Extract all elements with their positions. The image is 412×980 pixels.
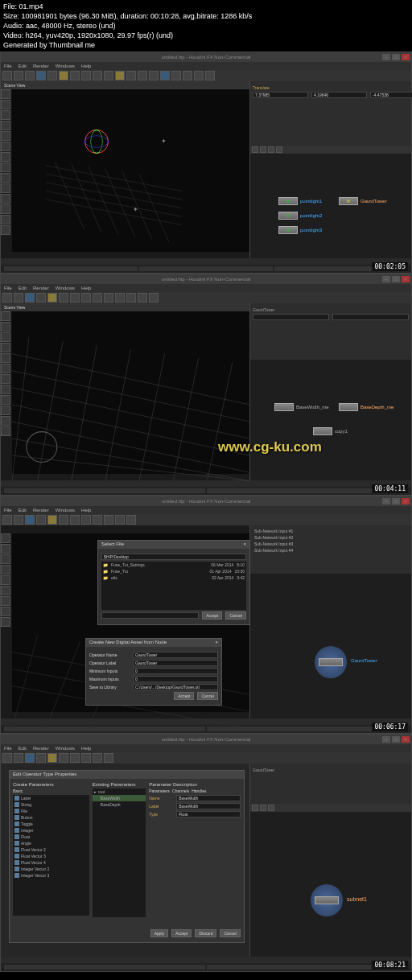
net-button[interactable] — [260, 805, 266, 811]
toolbar-button[interactable] — [104, 515, 113, 525]
toolbar-button[interactable] — [149, 71, 159, 80]
toolbar-button[interactable] — [81, 71, 91, 80]
net-button[interactable] — [260, 146, 266, 153]
net-button[interactable] — [268, 805, 274, 811]
cancel-button[interactable]: Cancel — [197, 692, 218, 700]
toolbar-button[interactable] — [81, 293, 91, 303]
side-icon[interactable] — [1, 395, 10, 405]
tree-item[interactable]: Label — [13, 795, 89, 801]
side-icon[interactable] — [1, 596, 10, 606]
view-tab[interactable]: Scene View — [4, 305, 25, 310]
toolbar-button[interactable] — [25, 753, 35, 763]
tab[interactable]: Channels — [172, 789, 189, 793]
cancel-button[interactable]: Cancel — [225, 611, 246, 620]
side-icon[interactable] — [1, 152, 10, 162]
toolbar-button[interactable] — [115, 293, 125, 303]
side-icon[interactable] — [1, 374, 10, 384]
min-inputs-input[interactable] — [133, 668, 218, 674]
node-basewidth[interactable]: BaseWidth_me — [274, 403, 329, 411]
tree-item[interactable]: ▸root — [93, 789, 146, 795]
maximize-button[interactable]: □ — [392, 498, 400, 504]
toolbar-button[interactable] — [171, 71, 181, 80]
max-inputs-input[interactable] — [133, 676, 218, 682]
side-icon[interactable] — [1, 173, 10, 183]
timeline[interactable] — [1, 963, 411, 971]
toolbar-button[interactable] — [93, 71, 102, 80]
close-button[interactable]: × — [402, 54, 410, 60]
tree-item[interactable]: Float Vector 4 — [13, 859, 89, 866]
minimize-button[interactable]: − — [382, 736, 390, 743]
file-row[interactable]: 📁otls02 Apr 20143:42 — [101, 574, 246, 581]
toolbar-button[interactable] — [149, 293, 159, 303]
toolbar-button[interactable] — [115, 515, 125, 525]
view-tab[interactable]: Scene View — [4, 83, 25, 88]
minimize-button[interactable]: − — [382, 498, 390, 504]
param-input[interactable] — [332, 314, 409, 320]
toolbar-button[interactable] — [104, 753, 113, 763]
toolbar-button[interactable] — [81, 515, 91, 525]
toolbar-button[interactable] — [14, 753, 23, 763]
toolbar-button[interactable] — [194, 71, 204, 80]
side-icon[interactable] — [1, 416, 10, 426]
toolbar-button[interactable] — [126, 293, 136, 303]
toolbar-button[interactable] — [70, 71, 80, 80]
menu-render[interactable]: Render — [33, 64, 49, 68]
toolbar-button[interactable] — [59, 71, 68, 80]
toolbar-button[interactable] — [2, 71, 12, 80]
side-icon[interactable] — [1, 364, 10, 373]
tab[interactable]: Parameters — [149, 789, 170, 793]
side-icon[interactable] — [1, 89, 10, 99]
side-icon[interactable] — [1, 544, 10, 554]
accept-button[interactable]: Accept — [202, 611, 222, 620]
maximize-button[interactable]: □ — [392, 276, 400, 282]
side-icon[interactable] — [1, 533, 10, 543]
side-icon[interactable] — [1, 311, 10, 321]
translate-x-input[interactable] — [253, 92, 308, 98]
side-icon[interactable] — [1, 565, 10, 574]
accept-button[interactable]: Accept — [171, 929, 192, 937]
tree-item[interactable]: Button — [13, 814, 89, 821]
toolbar-button[interactable] — [138, 293, 147, 303]
op-name-input[interactable] — [133, 652, 218, 658]
side-icon[interactable] — [1, 142, 10, 151]
menu-file[interactable]: File — [4, 64, 12, 68]
toolbar-button[interactable] — [36, 71, 46, 80]
node-copy1[interactable]: copy1 — [313, 427, 348, 435]
network-view[interactable] — [250, 360, 411, 480]
toolbar-button[interactable] — [25, 293, 35, 303]
tree-item[interactable]: Integer — [13, 827, 89, 834]
net-button[interactable] — [268, 146, 274, 153]
cancel-button[interactable]: Cancel — [220, 929, 241, 937]
toolbar-button[interactable] — [93, 293, 102, 303]
toolbar-button[interactable] — [59, 753, 68, 763]
side-icon[interactable] — [1, 343, 10, 352]
toolbar-button[interactable] — [25, 71, 35, 80]
timeline[interactable] — [1, 265, 411, 273]
side-icon[interactable] — [1, 110, 10, 120]
node-gaurdtower[interactable]: GaurdTower — [339, 197, 387, 205]
net-button[interactable] — [252, 805, 258, 811]
toolbar-button[interactable] — [14, 515, 23, 525]
tree-item[interactable]: Angle — [13, 840, 89, 846]
tree-item[interactable]: Float Vector 3 — [13, 853, 89, 859]
toolbar-button[interactable] — [104, 293, 113, 303]
side-icon[interactable] — [1, 131, 10, 141]
tree-item[interactable]: Float — [13, 834, 89, 840]
tree-item[interactable]: Integer Vector 3 — [13, 872, 89, 879]
big-node-gaurdtower[interactable] — [315, 646, 347, 678]
toolbar-button[interactable] — [160, 71, 170, 80]
dialog-close-icon[interactable]: × — [215, 640, 218, 646]
light-point-icon[interactable]: ✦ — [133, 206, 139, 212]
file-row[interactable]: 📁Fuse_Tut01 Apr 201410:30 — [101, 568, 246, 574]
toolbar-button[interactable] — [126, 515, 136, 525]
side-icon[interactable] — [1, 183, 10, 193]
menu-windows[interactable]: Windows — [56, 64, 75, 68]
tree-item[interactable]: Float Vector 2 — [13, 846, 89, 853]
type-input[interactable] — [176, 811, 241, 817]
side-icon[interactable] — [1, 225, 10, 235]
light-point-icon[interactable]: ✦ — [161, 138, 167, 144]
file-row[interactable]: 📁Fuse_Tut_Settings06 Mar 20148:10 — [101, 562, 246, 568]
toolbar-button[interactable] — [59, 515, 68, 525]
translate-z-input[interactable] — [370, 92, 412, 98]
network-view[interactable]: GaurdTower — [250, 574, 411, 719]
